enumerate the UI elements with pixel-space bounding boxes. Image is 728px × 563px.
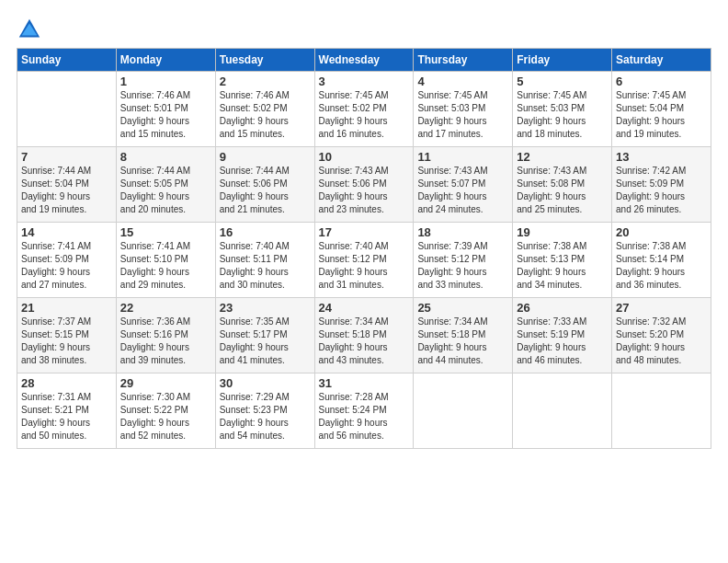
day-number: 5 bbox=[517, 75, 608, 88]
calendar-cell: 7Sunrise: 7:44 AM Sunset: 5:04 PM Daylig… bbox=[17, 147, 117, 223]
calendar-cell: 18Sunrise: 7:39 AM Sunset: 5:12 PM Dayli… bbox=[414, 223, 513, 298]
calendar-cell bbox=[17, 72, 117, 147]
day-number: 8 bbox=[120, 150, 211, 164]
day-info: Sunrise: 7:45 AM Sunset: 5:03 PM Dayligh… bbox=[517, 89, 608, 141]
day-info: Sunrise: 7:34 AM Sunset: 5:18 PM Dayligh… bbox=[417, 316, 508, 367]
day-info: Sunrise: 7:42 AM Sunset: 5:09 PM Dayligh… bbox=[616, 165, 707, 216]
calendar-cell: 21Sunrise: 7:37 AM Sunset: 5:15 PM Dayli… bbox=[17, 298, 117, 373]
day-info: Sunrise: 7:38 AM Sunset: 5:14 PM Dayligh… bbox=[616, 240, 707, 292]
calendar-cell: 28Sunrise: 7:31 AM Sunset: 5:21 PM Dayli… bbox=[17, 373, 117, 449]
calendar-cell bbox=[414, 373, 513, 449]
day-number: 20 bbox=[616, 225, 707, 239]
day-info: Sunrise: 7:41 AM Sunset: 5:10 PM Dayligh… bbox=[120, 240, 211, 292]
calendar-cell bbox=[612, 373, 711, 449]
day-number: 6 bbox=[616, 75, 707, 88]
day-header-monday: Monday bbox=[116, 49, 215, 72]
calendar-cell: 10Sunrise: 7:43 AM Sunset: 5:06 PM Dayli… bbox=[314, 147, 414, 223]
day-number: 23 bbox=[220, 301, 311, 315]
day-info: Sunrise: 7:43 AM Sunset: 5:07 PM Dayligh… bbox=[417, 165, 508, 216]
day-number: 19 bbox=[517, 225, 608, 239]
day-number: 30 bbox=[220, 376, 311, 390]
day-info: Sunrise: 7:40 AM Sunset: 5:11 PM Dayligh… bbox=[220, 240, 311, 292]
day-number: 21 bbox=[21, 301, 112, 315]
day-number: 3 bbox=[319, 75, 410, 88]
day-number: 22 bbox=[120, 301, 211, 315]
day-info: Sunrise: 7:40 AM Sunset: 5:12 PM Dayligh… bbox=[319, 240, 410, 292]
day-number: 18 bbox=[417, 225, 508, 239]
day-number: 7 bbox=[21, 150, 112, 164]
day-info: Sunrise: 7:46 AM Sunset: 5:01 PM Dayligh… bbox=[120, 89, 211, 141]
day-number: 17 bbox=[319, 225, 410, 239]
day-info: Sunrise: 7:44 AM Sunset: 5:04 PM Dayligh… bbox=[21, 165, 112, 216]
day-number: 12 bbox=[517, 150, 608, 164]
day-info: Sunrise: 7:37 AM Sunset: 5:15 PM Dayligh… bbox=[21, 316, 112, 367]
calendar-week-2: 7Sunrise: 7:44 AM Sunset: 5:04 PM Daylig… bbox=[17, 147, 711, 223]
calendar-cell: 23Sunrise: 7:35 AM Sunset: 5:17 PM Dayli… bbox=[215, 298, 314, 373]
calendar-cell: 12Sunrise: 7:43 AM Sunset: 5:08 PM Dayli… bbox=[513, 147, 612, 223]
day-header-sunday: Sunday bbox=[17, 49, 117, 72]
calendar-week-4: 21Sunrise: 7:37 AM Sunset: 5:15 PM Dayli… bbox=[17, 298, 711, 373]
day-info: Sunrise: 7:44 AM Sunset: 5:05 PM Dayligh… bbox=[120, 165, 211, 216]
day-header-wednesday: Wednesday bbox=[314, 49, 414, 72]
day-info: Sunrise: 7:36 AM Sunset: 5:16 PM Dayligh… bbox=[120, 316, 211, 367]
day-info: Sunrise: 7:44 AM Sunset: 5:06 PM Dayligh… bbox=[220, 165, 311, 216]
calendar-cell: 24Sunrise: 7:34 AM Sunset: 5:18 PM Dayli… bbox=[314, 298, 414, 373]
day-info: Sunrise: 7:29 AM Sunset: 5:23 PM Dayligh… bbox=[220, 391, 311, 442]
day-header-saturday: Saturday bbox=[612, 49, 711, 72]
calendar-cell: 13Sunrise: 7:42 AM Sunset: 5:09 PM Dayli… bbox=[612, 147, 711, 223]
logo bbox=[17, 17, 46, 42]
calendar-week-3: 14Sunrise: 7:41 AM Sunset: 5:09 PM Dayli… bbox=[17, 223, 711, 298]
day-info: Sunrise: 7:28 AM Sunset: 5:24 PM Dayligh… bbox=[319, 391, 410, 442]
calendar-cell: 25Sunrise: 7:34 AM Sunset: 5:18 PM Dayli… bbox=[414, 298, 513, 373]
day-info: Sunrise: 7:39 AM Sunset: 5:12 PM Dayligh… bbox=[417, 240, 508, 292]
calendar-cell: 16Sunrise: 7:40 AM Sunset: 5:11 PM Dayli… bbox=[215, 223, 314, 298]
day-info: Sunrise: 7:43 AM Sunset: 5:08 PM Dayligh… bbox=[517, 165, 608, 216]
day-info: Sunrise: 7:33 AM Sunset: 5:19 PM Dayligh… bbox=[517, 316, 608, 367]
calendar-cell: 31Sunrise: 7:28 AM Sunset: 5:24 PM Dayli… bbox=[314, 373, 414, 449]
calendar-cell: 3Sunrise: 7:45 AM Sunset: 5:02 PM Daylig… bbox=[314, 72, 414, 147]
calendar-cell: 15Sunrise: 7:41 AM Sunset: 5:10 PM Dayli… bbox=[116, 223, 215, 298]
day-number: 11 bbox=[417, 150, 508, 164]
page: SundayMondayTuesdayWednesdayThursdayFrid… bbox=[0, 0, 728, 563]
logo-icon bbox=[17, 17, 42, 42]
calendar-cell: 20Sunrise: 7:38 AM Sunset: 5:14 PM Dayli… bbox=[612, 223, 711, 298]
day-info: Sunrise: 7:30 AM Sunset: 5:22 PM Dayligh… bbox=[120, 391, 211, 442]
day-number: 28 bbox=[21, 376, 112, 390]
calendar-cell: 2Sunrise: 7:46 AM Sunset: 5:02 PM Daylig… bbox=[215, 72, 314, 147]
day-number: 15 bbox=[120, 225, 211, 239]
calendar-cell: 8Sunrise: 7:44 AM Sunset: 5:05 PM Daylig… bbox=[116, 147, 215, 223]
calendar-cell: 26Sunrise: 7:33 AM Sunset: 5:19 PM Dayli… bbox=[513, 298, 612, 373]
calendar-week-1: 1Sunrise: 7:46 AM Sunset: 5:01 PM Daylig… bbox=[17, 72, 711, 147]
day-number: 9 bbox=[220, 150, 311, 164]
day-number: 1 bbox=[120, 75, 211, 88]
calendar-cell: 27Sunrise: 7:32 AM Sunset: 5:20 PM Dayli… bbox=[612, 298, 711, 373]
header bbox=[17, 17, 711, 42]
day-number: 29 bbox=[120, 376, 211, 390]
day-header-thursday: Thursday bbox=[414, 49, 513, 72]
day-number: 26 bbox=[517, 301, 608, 315]
day-info: Sunrise: 7:38 AM Sunset: 5:13 PM Dayligh… bbox=[517, 240, 608, 292]
calendar-cell: 11Sunrise: 7:43 AM Sunset: 5:07 PM Dayli… bbox=[414, 147, 513, 223]
calendar-header-row: SundayMondayTuesdayWednesdayThursdayFrid… bbox=[17, 49, 711, 72]
calendar-cell: 1Sunrise: 7:46 AM Sunset: 5:01 PM Daylig… bbox=[116, 72, 215, 147]
calendar-cell: 6Sunrise: 7:45 AM Sunset: 5:04 PM Daylig… bbox=[612, 72, 711, 147]
day-info: Sunrise: 7:43 AM Sunset: 5:06 PM Dayligh… bbox=[319, 165, 410, 216]
day-info: Sunrise: 7:41 AM Sunset: 5:09 PM Dayligh… bbox=[21, 240, 112, 292]
calendar-cell: 5Sunrise: 7:45 AM Sunset: 5:03 PM Daylig… bbox=[513, 72, 612, 147]
calendar-cell: 14Sunrise: 7:41 AM Sunset: 5:09 PM Dayli… bbox=[17, 223, 117, 298]
day-number: 16 bbox=[220, 225, 311, 239]
day-header-friday: Friday bbox=[513, 49, 612, 72]
calendar-cell: 4Sunrise: 7:45 AM Sunset: 5:03 PM Daylig… bbox=[414, 72, 513, 147]
day-info: Sunrise: 7:45 AM Sunset: 5:04 PM Dayligh… bbox=[616, 89, 707, 141]
day-number: 27 bbox=[616, 301, 707, 315]
day-number: 14 bbox=[21, 225, 112, 239]
calendar-cell: 19Sunrise: 7:38 AM Sunset: 5:13 PM Dayli… bbox=[513, 223, 612, 298]
day-number: 31 bbox=[319, 376, 410, 390]
calendar-week-5: 28Sunrise: 7:31 AM Sunset: 5:21 PM Dayli… bbox=[17, 373, 711, 449]
calendar-cell: 17Sunrise: 7:40 AM Sunset: 5:12 PM Dayli… bbox=[314, 223, 414, 298]
calendar-cell: 9Sunrise: 7:44 AM Sunset: 5:06 PM Daylig… bbox=[215, 147, 314, 223]
calendar-cell bbox=[513, 373, 612, 449]
day-info: Sunrise: 7:34 AM Sunset: 5:18 PM Dayligh… bbox=[319, 316, 410, 367]
day-number: 2 bbox=[220, 75, 311, 88]
day-info: Sunrise: 7:45 AM Sunset: 5:03 PM Dayligh… bbox=[417, 89, 508, 141]
